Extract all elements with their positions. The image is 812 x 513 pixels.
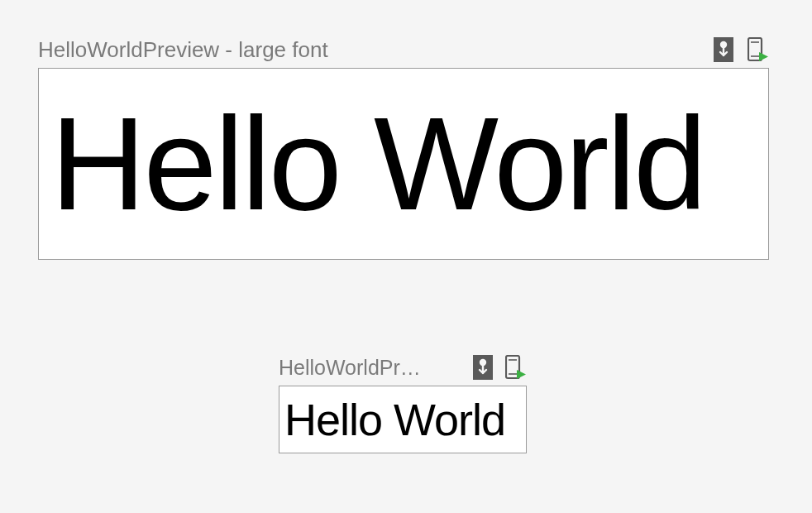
preview-title-large: HelloWorldPreview - large font <box>38 37 328 63</box>
deploy-button[interactable] <box>505 354 527 381</box>
interactive-mode-icon <box>473 355 493 380</box>
preview-content-large: Hello World <box>50 98 705 230</box>
preview-header: HelloWorldPre... <box>279 354 527 381</box>
preview-actions <box>472 354 527 381</box>
preview-actions <box>713 36 769 63</box>
preview-frame-large: Hello World <box>38 68 769 260</box>
deploy-button[interactable] <box>748 36 769 63</box>
preview-title-small: HelloWorldPre... <box>279 356 423 380</box>
preview-small: HelloWorldPre... Hello World <box>279 354 527 453</box>
preview-header: HelloWorldPreview - large font <box>38 36 769 63</box>
deploy-to-device-icon <box>748 37 769 62</box>
preview-frame-small: Hello World <box>279 386 527 453</box>
interactive-mode-icon <box>714 37 733 62</box>
preview-content-small: Hello World <box>284 397 505 442</box>
preview-large: HelloWorldPreview - large font Hello Wo <box>38 36 769 260</box>
deploy-to-device-icon <box>505 355 527 380</box>
interactive-mode-button[interactable] <box>472 354 494 381</box>
interactive-mode-button[interactable] <box>713 36 734 63</box>
